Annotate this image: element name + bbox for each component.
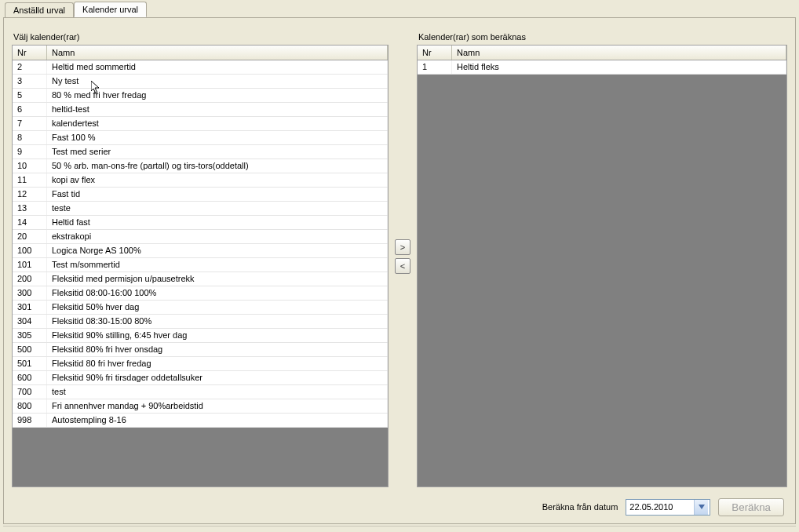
- cell-name: Fleksitid 80 fri hver fredag: [47, 357, 388, 370]
- selected-calendars-label: Kalender(rar) som beräknas: [418, 32, 787, 42]
- cell-name: Heltid med sommertid: [47, 60, 388, 74]
- table-row[interactable]: 200Fleksitid med permisjon u/pausetrekk: [13, 272, 388, 286]
- table-row[interactable]: 20ekstrakopi: [13, 230, 388, 244]
- cell-nr: 500: [13, 343, 47, 356]
- cell-name: test: [47, 385, 388, 399]
- cell-nr: 11: [13, 173, 47, 187]
- cell-name: heltid-test: [47, 103, 388, 116]
- table-row[interactable]: 13teste: [13, 202, 388, 216]
- cell-nr: 101: [13, 258, 47, 271]
- cell-nr: 998: [13, 414, 47, 427]
- cell-name: Fast 100 %: [47, 131, 388, 144]
- cell-name: Fri annenhver mandag + 90%arbeidstid: [47, 399, 388, 413]
- cell-nr: 1: [418, 60, 452, 74]
- cell-name: Autostempling 8-16: [47, 414, 388, 427]
- column-header-nr[interactable]: Nr: [418, 46, 452, 60]
- table-row[interactable]: 3Ny test: [13, 75, 388, 89]
- available-calendars-section: Välj kalender(rar) Nr Namn 2Heltid med s…: [12, 26, 389, 487]
- cell-name: Fleksitid 90% fri tirsdager oddetallsuke…: [47, 371, 388, 384]
- table-row[interactable]: 500Fleksitid 80% fri hver onsdag: [13, 343, 388, 357]
- cell-nr: 8: [13, 131, 47, 144]
- tab-employee-selection[interactable]: Anställd urval: [5, 2, 74, 18]
- cell-nr: 12: [13, 188, 47, 201]
- cell-nr: 305: [13, 329, 47, 342]
- selected-calendars-grid[interactable]: Nr Namn 1Heltid fleks: [417, 45, 787, 487]
- date-input[interactable]: [626, 500, 694, 515]
- table-row[interactable]: 300Fleksitid 08:00-16:00 100%: [13, 286, 388, 301]
- cell-nr: 6: [13, 103, 47, 116]
- cell-name: Test m/sommertid: [47, 258, 388, 271]
- table-row[interactable]: 304Fleksitid 08:30-15:00 80%: [13, 315, 388, 329]
- table-row[interactable]: 100Logica Norge AS 100%: [13, 244, 388, 258]
- cell-name: Heltid fleks: [452, 60, 786, 74]
- table-row[interactable]: 1Heltid fleks: [418, 60, 786, 75]
- tab-strip: Anställd urval Kalender urval: [5, 2, 799, 17]
- table-row[interactable]: 6heltid-test: [13, 103, 388, 117]
- table-row[interactable]: 101Test m/sommertid: [13, 258, 388, 272]
- cell-nr: 600: [13, 371, 47, 384]
- table-row[interactable]: 600Fleksitid 90% fri tirsdager oddetalls…: [13, 371, 388, 385]
- calculate-from-date-field[interactable]: [626, 499, 710, 516]
- calculate-button[interactable]: Beräkna: [718, 498, 784, 516]
- cell-nr: 800: [13, 399, 47, 413]
- table-row[interactable]: 9Test med serier: [13, 145, 388, 159]
- table-row[interactable]: 8Fast 100 %: [13, 131, 388, 145]
- selected-calendars-section: Kalender(rar) som beräknas Nr Namn 1Helt…: [417, 26, 787, 487]
- table-row[interactable]: 305Fleksitid 90% stilling, 6:45 hver dag: [13, 329, 388, 343]
- calculate-from-date-label: Beräkna från datum: [542, 502, 618, 512]
- column-header-name[interactable]: Namn: [47, 46, 388, 60]
- cell-name: Test med serier: [47, 145, 388, 159]
- cell-nr: 301: [13, 301, 47, 314]
- cell-nr: 700: [13, 385, 47, 399]
- cell-name: Fleksitid 50% hver dag: [47, 301, 388, 314]
- table-row[interactable]: 11kopi av flex: [13, 173, 388, 188]
- table-row[interactable]: 301Fleksitid 50% hver dag: [13, 301, 388, 315]
- table-row[interactable]: 700test: [13, 385, 388, 399]
- cell-nr: 10: [13, 159, 47, 173]
- cell-name: ekstrakopi: [47, 230, 388, 243]
- cell-nr: 200: [13, 272, 47, 286]
- available-calendars-grid[interactable]: Nr Namn 2Heltid med sommertid3Ny test580…: [12, 45, 389, 487]
- date-dropdown-button[interactable]: [694, 500, 708, 515]
- tab-panel: Välj kalender(rar) Nr Namn 2Heltid med s…: [3, 17, 796, 524]
- cell-name: Fleksitid 08:00-16:00 100%: [47, 286, 388, 300]
- cell-nr: 7: [13, 117, 47, 130]
- table-row[interactable]: 14Heltid fast: [13, 216, 388, 230]
- cell-name: Logica Norge AS 100%: [47, 244, 388, 257]
- table-row[interactable]: 501Fleksitid 80 fri hver fredag: [13, 357, 388, 371]
- cell-name: Fleksitid 08:30-15:00 80%: [47, 315, 388, 328]
- table-row[interactable]: 580 % med fri hver fredag: [13, 89, 388, 103]
- move-buttons: > <: [393, 26, 412, 487]
- move-left-button[interactable]: <: [395, 258, 410, 274]
- cell-nr: 20: [13, 230, 47, 243]
- status-bar-divider: [3, 526, 796, 532]
- available-calendars-label: Välj kalender(rar): [13, 32, 389, 42]
- table-row[interactable]: 998Autostempling 8-16: [13, 414, 388, 428]
- grid-header: Nr Namn: [13, 46, 388, 60]
- table-row[interactable]: 2Heltid med sommertid: [13, 60, 388, 75]
- cell-nr: 5: [13, 89, 47, 102]
- cell-nr: 3: [13, 75, 47, 88]
- cell-name: Heltid fast: [47, 216, 388, 229]
- table-row[interactable]: 7kalendertest: [13, 117, 388, 131]
- column-header-nr[interactable]: Nr: [13, 46, 47, 60]
- chevron-down-icon: [699, 505, 705, 509]
- footer-bar: Beräkna från datum Beräkna: [4, 487, 795, 520]
- column-header-name[interactable]: Namn: [452, 46, 786, 60]
- cell-name: Fleksitid 80% fri hver onsdag: [47, 343, 388, 356]
- cell-name: Fleksitid 90% stilling, 6:45 hver dag: [47, 329, 388, 342]
- cell-name: Fleksitid med permisjon u/pausetrekk: [47, 272, 388, 286]
- cell-name: teste: [47, 202, 388, 215]
- cell-nr: 304: [13, 315, 47, 328]
- cell-nr: 100: [13, 244, 47, 257]
- table-row[interactable]: 12Fast tid: [13, 188, 388, 202]
- cell-name: kalendertest: [47, 117, 388, 130]
- tab-calendar-selection[interactable]: Kalender urval: [74, 2, 147, 17]
- cell-nr: 14: [13, 216, 47, 229]
- move-right-button[interactable]: >: [395, 239, 410, 255]
- table-row[interactable]: 1050 % arb. man-ons-fre (partall) og tir…: [13, 159, 388, 173]
- cell-name: kopi av flex: [47, 173, 388, 187]
- cell-nr: 9: [13, 145, 47, 159]
- table-row[interactable]: 800Fri annenhver mandag + 90%arbeidstid: [13, 399, 388, 414]
- cell-nr: 2: [13, 60, 47, 74]
